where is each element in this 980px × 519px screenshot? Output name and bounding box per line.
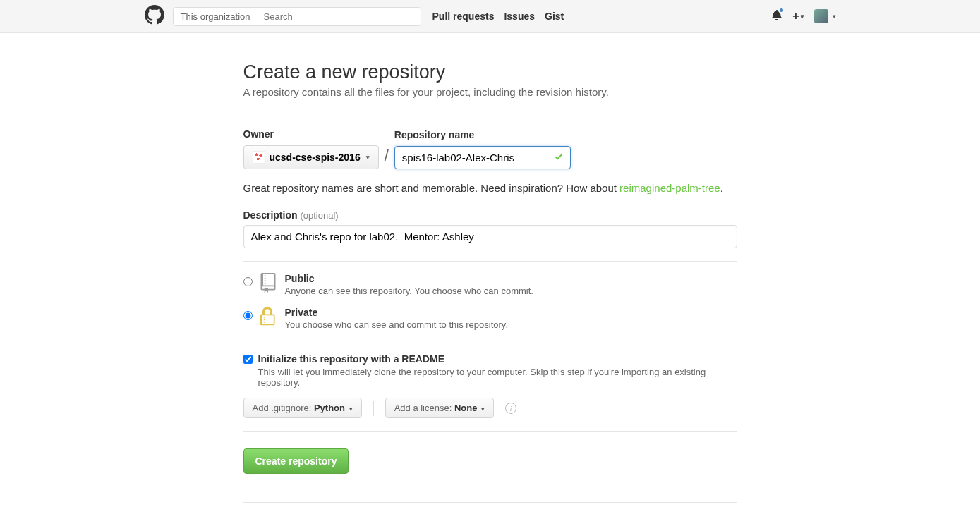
search-scope[interactable]: This organization: [174, 8, 258, 25]
public-radio[interactable]: [243, 277, 253, 286]
nav-links: Pull requests Issues Gist: [432, 11, 564, 22]
repo-name-hint: Great repository names are short and mem…: [243, 182, 737, 194]
divider: [373, 401, 374, 416]
github-logo[interactable]: [145, 5, 164, 28]
private-title: Private: [285, 307, 509, 318]
caret-down-icon: ▾: [481, 405, 485, 413]
owner-label: Owner: [243, 128, 379, 140]
org-avatar-icon: [253, 151, 265, 164]
owner-value: ucsd-cse-spis-2016: [270, 152, 361, 163]
caret-down-icon: ▾: [801, 13, 804, 20]
caret-down-icon: ▾: [366, 154, 370, 161]
visibility-private-row: Private You choose who can see and commi…: [243, 307, 737, 331]
repo-public-icon: [260, 273, 278, 295]
slash-separator: /: [385, 147, 389, 169]
description-input[interactable]: [243, 225, 737, 248]
visibility-public-row: Public Anyone can see this repository. Y…: [243, 273, 737, 297]
plus-icon: +: [792, 10, 799, 23]
gitignore-dropdown[interactable]: Add .gitignore: Python ▾: [243, 398, 362, 418]
nav-issues[interactable]: Issues: [504, 11, 535, 22]
repo-name-label: Repository name: [394, 129, 571, 140]
lock-icon: [260, 307, 278, 329]
header: This organization Pull requests Issues G…: [0, 0, 980, 33]
public-note: Anyone can see this repository. You choo…: [285, 286, 533, 296]
public-title: Public: [285, 273, 533, 284]
create-repository-button[interactable]: Create repository: [243, 448, 349, 474]
license-dropdown[interactable]: Add a license: None ▾: [385, 398, 494, 418]
notifications-icon[interactable]: [771, 9, 782, 23]
repo-name-input[interactable]: [394, 146, 571, 169]
nav-pull-requests[interactable]: Pull requests: [432, 11, 495, 22]
nav-gist[interactable]: Gist: [545, 11, 564, 22]
caret-down-icon: ▾: [833, 13, 836, 20]
search-box: This organization: [173, 7, 421, 26]
info-icon[interactable]: i: [505, 403, 516, 414]
owner-dropdown[interactable]: ucsd-cse-spis-2016 ▾: [243, 145, 379, 169]
notification-dot-icon: [778, 7, 785, 13]
avatar: [814, 9, 828, 23]
check-icon: [554, 152, 564, 164]
page-title: Create a new repository: [243, 61, 737, 83]
page-subtitle: A repository contains all the files for …: [243, 86, 737, 98]
main-content: Create a new repository A repository con…: [243, 61, 737, 503]
search-input[interactable]: [258, 8, 421, 25]
description-label: Description (optional): [243, 209, 737, 221]
private-radio[interactable]: [243, 311, 253, 320]
init-readme-title: Initialize this repository with a README: [258, 353, 444, 365]
init-readme-note: This will let you immediately clone the …: [258, 367, 737, 388]
init-readme-checkbox[interactable]: [243, 355, 253, 364]
name-suggestion-link[interactable]: reimagined-palm-tree: [619, 182, 720, 194]
private-note: You choose who can see and commit to thi…: [285, 319, 509, 330]
create-menu[interactable]: + ▾: [792, 10, 804, 23]
caret-down-icon: ▾: [349, 405, 353, 413]
user-menu[interactable]: ▾: [814, 9, 836, 23]
